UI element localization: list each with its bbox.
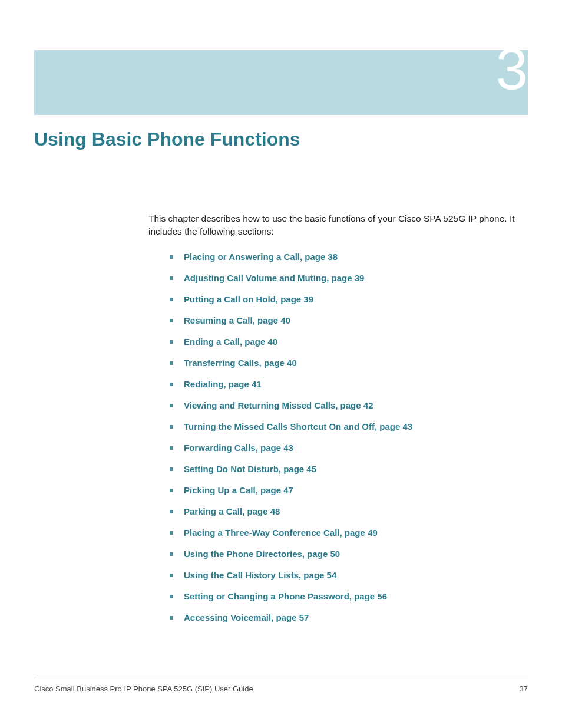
bullet-icon: [170, 467, 173, 471]
footer-page-number: 37: [520, 684, 528, 693]
toc-item: Setting Do Not Disturb, page 45: [170, 464, 528, 475]
chapter-title: Using Basic Phone Functions: [34, 129, 300, 150]
bullet-icon: [170, 616, 173, 620]
bullet-icon: [170, 552, 173, 556]
toc-item: Putting a Call on Hold, page 39: [170, 294, 528, 305]
bullet-icon: [170, 595, 173, 598]
toc-link[interactable]: Putting a Call on Hold, page 39: [184, 294, 313, 304]
toc-item: Accessing Voicemail, page 57: [170, 612, 528, 623]
content-area: This chapter describes how to use the ba…: [148, 212, 528, 634]
toc-link[interactable]: Picking Up a Call, page 47: [184, 485, 293, 495]
bullet-icon: [170, 319, 173, 322]
page-footer: Cisco Small Business Pro IP Phone SPA 52…: [34, 678, 528, 693]
bullet-icon: [170, 404, 173, 407]
toc-item: Picking Up a Call, page 47: [170, 485, 528, 496]
toc-link[interactable]: Viewing and Returning Missed Calls, page…: [184, 400, 373, 410]
bullet-icon: [170, 489, 173, 492]
toc-link[interactable]: Accessing Voicemail, page 57: [184, 612, 309, 622]
toc-item: Redialing, page 41: [170, 379, 528, 390]
toc-item: Placing or Answering a Call, page 38: [170, 252, 528, 262]
toc-item: Resuming a Call, page 40: [170, 315, 528, 326]
chapter-number: 3: [495, 40, 528, 98]
bullet-icon: [170, 340, 173, 344]
bullet-icon: [170, 298, 173, 301]
footer-guide-title: Cisco Small Business Pro IP Phone SPA 52…: [34, 684, 253, 693]
chapter-banner: [34, 50, 528, 115]
toc-item: Turning the Missed Calls Shortcut On and…: [170, 421, 528, 432]
bullet-icon: [170, 425, 173, 429]
toc-item: Forwarding Calls, page 43: [170, 443, 528, 453]
toc-link[interactable]: Setting or Changing a Phone Password, pa…: [184, 591, 387, 601]
toc-link[interactable]: Using the Call History Lists, page 54: [184, 570, 336, 580]
bullet-icon: [170, 361, 173, 365]
toc-item: Placing a Three-Way Conference Call, pag…: [170, 528, 528, 538]
toc-list: Placing or Answering a Call, page 38 Adj…: [148, 252, 528, 623]
toc-link[interactable]: Forwarding Calls, page 43: [184, 443, 293, 453]
bullet-icon: [170, 255, 173, 259]
intro-paragraph: This chapter describes how to use the ba…: [148, 212, 528, 238]
toc-item: Setting or Changing a Phone Password, pa…: [170, 591, 528, 602]
toc-link[interactable]: Transferring Calls, page 40: [184, 358, 297, 368]
toc-item: Using the Call History Lists, page 54: [170, 570, 528, 581]
toc-item: Ending a Call, page 40: [170, 337, 528, 347]
toc-link[interactable]: Placing a Three-Way Conference Call, pag…: [184, 528, 378, 538]
toc-item: Viewing and Returning Missed Calls, page…: [170, 400, 528, 411]
bullet-icon: [170, 446, 173, 450]
toc-link[interactable]: Turning the Missed Calls Shortcut On and…: [184, 421, 412, 431]
bullet-icon: [170, 574, 173, 577]
toc-link[interactable]: Using the Phone Directories, page 50: [184, 549, 340, 559]
toc-item: Using the Phone Directories, page 50: [170, 549, 528, 559]
toc-link[interactable]: Ending a Call, page 40: [184, 337, 277, 347]
bullet-icon: [170, 383, 173, 386]
bullet-icon: [170, 510, 173, 513]
toc-link[interactable]: Resuming a Call, page 40: [184, 315, 290, 325]
bullet-icon: [170, 276, 173, 280]
toc-link[interactable]: Redialing, page 41: [184, 379, 262, 389]
toc-item: Parking a Call, page 48: [170, 506, 528, 517]
bullet-icon: [170, 531, 173, 535]
toc-item: Adjusting Call Volume and Muting, page 3…: [170, 273, 528, 284]
toc-item: Transferring Calls, page 40: [170, 358, 528, 368]
toc-link[interactable]: Adjusting Call Volume and Muting, page 3…: [184, 273, 364, 283]
toc-link[interactable]: Placing or Answering a Call, page 38: [184, 252, 338, 262]
toc-link[interactable]: Parking a Call, page 48: [184, 506, 280, 516]
toc-link[interactable]: Setting Do Not Disturb, page 45: [184, 464, 316, 474]
